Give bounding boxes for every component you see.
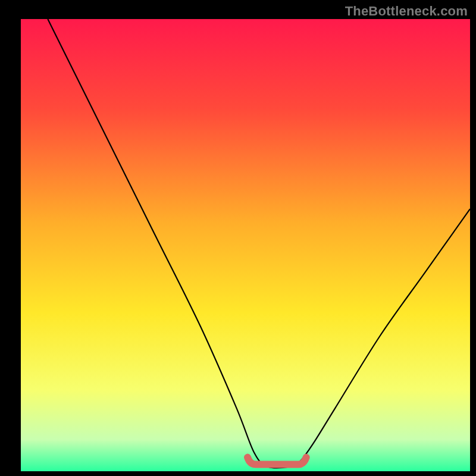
plot-background [21, 19, 470, 471]
chart-frame: TheBottleneck.com [0, 0, 476, 476]
bottleneck-chart [0, 0, 476, 476]
attribution-label: TheBottleneck.com [345, 4, 468, 19]
